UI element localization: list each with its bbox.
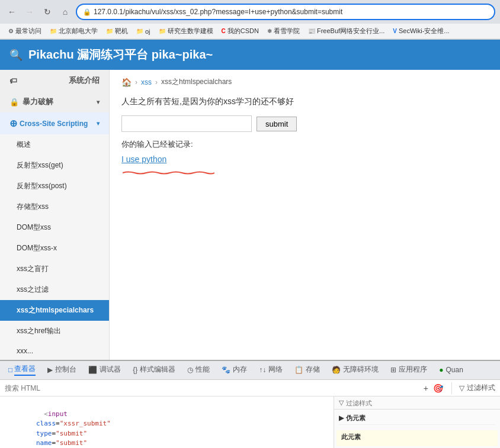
browser-nav: ← → ↻ ⌂ 🔒 (0, 0, 500, 24)
add-node-icon[interactable]: + (422, 382, 430, 394)
home-icon: 🏠 (121, 78, 132, 87)
sidebar-item-href-xss[interactable]: xss之href输出 (0, 321, 109, 341)
memory-icon: 🐾 (222, 366, 230, 374)
html-search-input[interactable] (5, 384, 419, 392)
xss-result-link[interactable]: I use python (121, 154, 166, 164)
sidebar-item-reflect-get[interactable]: 反射型xss(get) (0, 155, 109, 176)
styles-filter-input[interactable] (346, 399, 495, 407)
sidebar-item-filter-xss[interactable]: xss之过滤 (0, 279, 109, 300)
debugger-icon: ⬛ (88, 366, 97, 374)
console-icon: ▶ (47, 366, 53, 374)
app-header: 🔍 Pikachu 漏洞练习平台 pika~pika~ (0, 40, 500, 70)
html-panel[interactable]: <input class="xssr_submit" type="submit"… (0, 397, 334, 448)
breadcrumb: 🏠 › xss › xss之htmlspecialchars (121, 77, 488, 87)
home-button[interactable]: ⌂ (58, 5, 72, 19)
html-line-1: <input class="xssr_submit" type="submit"… (0, 399, 334, 448)
sidebar-item-dom-xss-x[interactable]: DOM型xss-x (0, 238, 109, 259)
address-input[interactable] (94, 8, 488, 16)
styles-filter-row: ▽ (334, 397, 500, 410)
filter-icon: ▽ (459, 384, 464, 392)
filter-icon: ▽ (339, 399, 344, 407)
this-element-label: 此元素 (341, 433, 493, 441)
sidebar: 🏷 系统介绍 🔒 暴力破解 ▾ ⊕ Cross-Site Scripting ▾… (0, 70, 110, 360)
styles-panel: ▽ ▶ 伪元素 此元素 元素 ⚙ { } (334, 397, 500, 448)
address-bar-container: 🔒 (76, 4, 495, 20)
app-logo-icon: 🔍 (9, 49, 23, 62)
reload-button[interactable]: ↻ (40, 5, 55, 19)
bookmark-target[interactable]: 📁 靶机 (102, 25, 132, 37)
devtools-tab-quan[interactable]: ● Quan (433, 362, 469, 379)
sidebar-item-reflect-post[interactable]: 反射型xss(post) (0, 176, 109, 196)
browser-chrome: ← → ↻ ⌂ 🔒 ⚙ 最常访问 📁 北京邮电大学 📁 靶机 📁 oj 📁 研究… (0, 0, 500, 40)
sidebar-item-blind-xss[interactable]: xss之盲打 (0, 259, 109, 279)
bookmark-bjpu[interactable]: 📁 北京邮电大学 (46, 25, 101, 37)
divider (451, 382, 452, 394)
sidebar-item-xss-section[interactable]: ⊕ Cross-Site Scripting ▾ (0, 112, 109, 134)
devtools-main: <input class="xssr_submit" type="submit"… (0, 397, 500, 448)
sidebar-item-stored-xss[interactable]: 存储型xss (0, 196, 109, 217)
devtools-tab-memory[interactable]: 🐾 内存 (216, 361, 253, 379)
bookmark-secwiki[interactable]: V SecWiki-安全维... (389, 25, 453, 37)
bookmark-csdn[interactable]: C 我的CSDN (218, 25, 262, 37)
filter-styles-label: ▽ 过滤样式 (459, 383, 495, 393)
sidebar-item-overview[interactable]: 概述 (0, 134, 109, 155)
network-icon: ↑↓ (259, 366, 266, 374)
xss-form: submit (121, 115, 488, 132)
styles-section-this-element: 此元素 (336, 430, 498, 446)
bookmark-kanxue[interactable]: ❄ 看雪学院 (264, 25, 303, 37)
breadcrumb-xss-link[interactable]: xss (141, 78, 152, 86)
devtools-search-bar: + 🎯 ▽ 过滤样式 (0, 380, 500, 397)
xss-section-icon: ⊕ (9, 118, 17, 129)
chevron-right-icon: ▶ (339, 414, 344, 422)
xss-input-row: submit (121, 115, 488, 132)
page-subtitle: 人生之所有苦短,是因为你的xss学习的还不够好 (121, 96, 488, 107)
quan-icon: ● (439, 366, 443, 374)
devtools-tab-style-editor[interactable]: {} 样式编辑器 (127, 361, 181, 379)
devtools-tab-accessibility[interactable]: 🧑 无障碍环境 (326, 361, 384, 379)
application-icon: ⊞ (390, 366, 396, 374)
devtools-panel: □ 查看器 ▶ 控制台 ⬛ 调试器 {} 样式编辑器 ◷ 性能 🐾 内存 ↑↓ … (0, 360, 500, 448)
devtools-tab-network[interactable]: ↑↓ 网络 (253, 361, 289, 379)
devtools-tab-application[interactable]: ⊞ 应用程序 (384, 361, 433, 379)
devtools-tab-storage[interactable]: 📋 存储 (289, 361, 326, 379)
sidebar-item-htmlspecialchars[interactable]: xss之htmlspecialchars (0, 300, 109, 321)
bookmark-frequent[interactable]: ⚙ 最常访问 (5, 25, 45, 37)
main-layout: 🏷 系统介绍 🔒 暴力破解 ▾ ⊕ Cross-Site Scripting ▾… (0, 70, 500, 360)
bookmark-freebuf[interactable]: 📰 FreeBuf网络安全行业... (305, 25, 388, 37)
devtools-tab-console[interactable]: ▶ 控制台 (41, 361, 82, 379)
accessibility-icon: 🧑 (332, 366, 341, 374)
bookmark-oj[interactable]: 📁 oj (133, 27, 154, 36)
recorded-label: 你的输入已经被记录: (121, 139, 488, 150)
app-title: Pikachu 漏洞练习平台 pika~pika~ (28, 47, 213, 63)
sidebar-item-dom-xss[interactable]: DOM型xss (0, 217, 109, 238)
sidebar-item-intro[interactable]: 🏷 系统介绍 (0, 70, 109, 91)
devtools-tab-performance[interactable]: ◷ 性能 (181, 361, 216, 379)
devtools-tabs: □ 查看器 ▶ 控制台 ⬛ 调试器 {} 样式编辑器 ◷ 性能 🐾 内存 ↑↓ … (0, 361, 500, 380)
style-editor-icon: {} (133, 366, 137, 374)
chevron-down-icon-xss: ▾ (97, 120, 100, 127)
red-squiggle-decoration (123, 167, 214, 171)
performance-icon: ◷ (187, 366, 193, 374)
chevron-down-icon: ▾ (97, 99, 100, 105)
bookmark-math[interactable]: 📁 研究生数学建模 (155, 25, 217, 37)
forward-button[interactable]: → (23, 5, 37, 19)
devtools-tab-inspect[interactable]: □ 查看器 (2, 360, 41, 381)
content-area: 🏠 › xss › xss之htmlspecialchars 人生之所有苦短,是… (110, 70, 500, 360)
pick-element-icon[interactable]: 🎯 (432, 382, 444, 394)
breadcrumb-current: xss之htmlspecialchars (161, 77, 232, 87)
xss-message-input[interactable] (121, 115, 252, 132)
tag-icon: 🏷 (9, 76, 17, 85)
bookmarks-bar: ⚙ 最常访问 📁 北京邮电大学 📁 靶机 📁 oj 📁 研究生数学建模 C 我的… (0, 24, 500, 39)
lock-sidebar-icon: 🔒 (9, 98, 19, 107)
submit-button[interactable]: submit (257, 117, 297, 131)
storage-icon: 📋 (294, 366, 303, 374)
sidebar-item-more[interactable]: xxx... (0, 341, 109, 360)
lock-icon: 🔒 (83, 8, 91, 16)
devtools-tab-debugger[interactable]: ⬛ 调试器 (82, 361, 127, 379)
back-button[interactable]: ← (5, 5, 19, 19)
sidebar-item-bruteforce[interactable]: 🔒 暴力破解 ▾ (0, 91, 109, 112)
inspect-icon: □ (8, 366, 12, 374)
styles-section-pseudo: ▶ 伪元素 (334, 410, 500, 429)
